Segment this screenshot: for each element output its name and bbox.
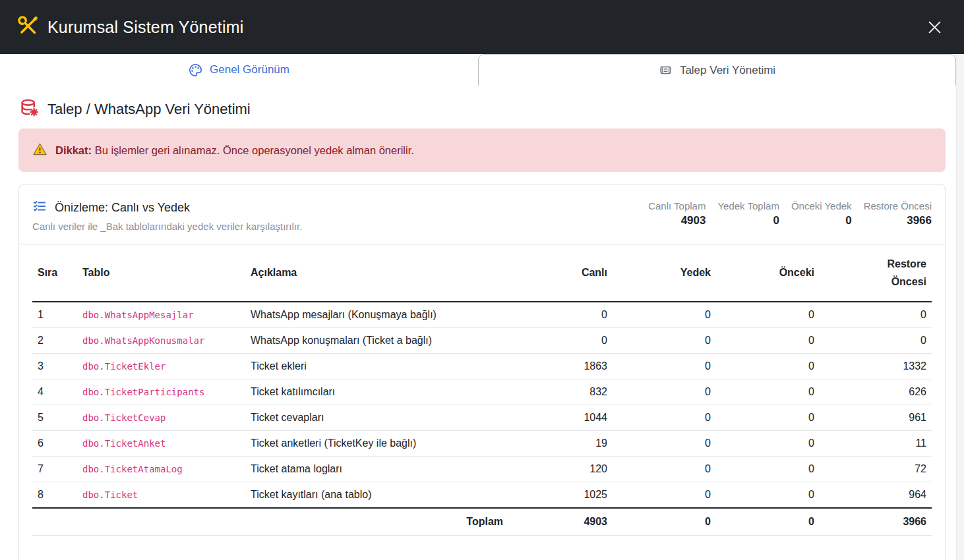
col-aciklama: Açıklama	[245, 244, 514, 302]
table-name-code: dbo.TicketParticipants	[77, 379, 245, 405]
tools-icon	[18, 16, 38, 39]
col-onceki: Önceki	[716, 244, 820, 302]
preview-card: Önizleme: Canlı vs Yedek Canlı veriler i…	[18, 184, 946, 560]
tab-label: Genel Görünüm	[210, 63, 289, 76]
app-header: Kurumsal Sistem Yönetimi	[0, 0, 964, 54]
alert-text: Dikkat: Bu işlemler geri alınamaz. Önce …	[55, 144, 414, 157]
warning-alert: Dikkat: Bu işlemler geri alınamaz. Önce …	[18, 128, 946, 172]
table-name-code: dbo.TicketAnket	[77, 431, 245, 457]
table-name-code: dbo.TicketAtamaLog	[77, 457, 245, 482]
table-row: 6 dbo.TicketAnket Ticket anketleri (Tick…	[32, 431, 932, 457]
app-title: Kurumsal Sistem Yönetimi	[47, 18, 244, 37]
stat-yedek-toplam: Yedek Toplam 0	[717, 200, 779, 227]
palette-icon	[189, 63, 202, 77]
main-area: Genel Görünüm Talep Veri Yönetimi	[0, 54, 964, 560]
table-row: 5 dbo.TicketCevap Ticket cevapları 1044 …	[32, 405, 932, 431]
table-name-code: dbo.WhatsAppMesajlar	[77, 302, 245, 328]
preview-subtitle: Canlı veriler ile _Bak tablolarındaki ye…	[32, 221, 302, 232]
col-restore-oncesi: Restore Öncesi	[820, 244, 932, 302]
close-button[interactable]	[923, 16, 946, 39]
total-restore: 3966	[820, 508, 932, 536]
tab-label: Talep Veri Yönetimi	[680, 64, 775, 77]
table-row: 8 dbo.Ticket Ticket kayıtları (ana tablo…	[32, 482, 932, 509]
stat-restore-oncesi: Restore Öncesi 3966	[864, 200, 932, 227]
tab-genel-gorunum[interactable]: Genel Görünüm	[0, 54, 478, 86]
table-header-row: Sıra Tablo Açıklama Canlı Yedek Önceki R…	[32, 244, 932, 302]
col-sira: Sıra	[32, 244, 77, 302]
list-check-icon	[32, 199, 47, 216]
database-gear-icon	[20, 98, 39, 120]
total-onceki: 0	[716, 508, 820, 536]
content-area: Talep / WhatsApp Veri Yönetimi Dikkat: B…	[0, 98, 956, 560]
total-canli: 4903	[514, 508, 613, 536]
total-label: Toplam	[32, 508, 514, 536]
comparison-table: Sıra Tablo Açıklama Canlı Yedek Önceki R…	[32, 244, 932, 536]
tab-talep-veri-yonetimi[interactable]: Talep Veri Yönetimi	[478, 54, 956, 86]
scrollbar[interactable]	[956, 54, 964, 560]
close-icon	[926, 28, 944, 38]
total-yedek: 0	[613, 508, 716, 536]
section-header: Talep / WhatsApp Veri Yönetimi	[20, 98, 946, 120]
col-tablo: Tablo	[77, 244, 245, 302]
preview-card-header: Önizleme: Canlı vs Yedek Canlı veriler i…	[19, 184, 945, 244]
preview-title: Önizleme: Canlı vs Yedek	[55, 201, 190, 215]
table-row: 4 dbo.TicketParticipants Ticket katılımc…	[32, 379, 932, 405]
warning-triangle-icon	[32, 142, 47, 159]
col-yedek: Yedek	[613, 244, 716, 302]
table-name-code: dbo.Ticket	[77, 482, 245, 509]
section-title: Talep / WhatsApp Veri Yönetimi	[47, 101, 251, 118]
tab-bar: Genel Görünüm Talep Veri Yönetimi	[0, 54, 956, 86]
table-name-code: dbo.TicketEkler	[77, 354, 245, 379]
col-canli: Canlı	[514, 244, 613, 302]
table-row: 3 dbo.TicketEkler Ticket ekleri 1863 0 0…	[32, 354, 932, 379]
summary-stats: Canlı Toplam 4903 Yedek Toplam 0 Önceki …	[648, 200, 932, 227]
table-total-row: Toplam 4903 0 0 3966	[32, 508, 932, 536]
table-row: 7 dbo.TicketAtamaLog Ticket atama loglar…	[32, 457, 932, 482]
table-name-code: dbo.WhatsAppKonusmalar	[77, 328, 245, 354]
table-name-code: dbo.TicketCevap	[77, 405, 245, 431]
table-row: 1 dbo.WhatsAppMesajlar WhatsApp mesajlar…	[32, 302, 932, 328]
table-row: 2 dbo.WhatsAppKonusmalar WhatsApp konuşm…	[32, 328, 932, 354]
stat-onceki-yedek: Önceki Yedek 0	[791, 200, 852, 227]
stat-canli-toplam: Canlı Toplam 4903	[648, 200, 706, 227]
ticket-icon	[659, 63, 673, 77]
